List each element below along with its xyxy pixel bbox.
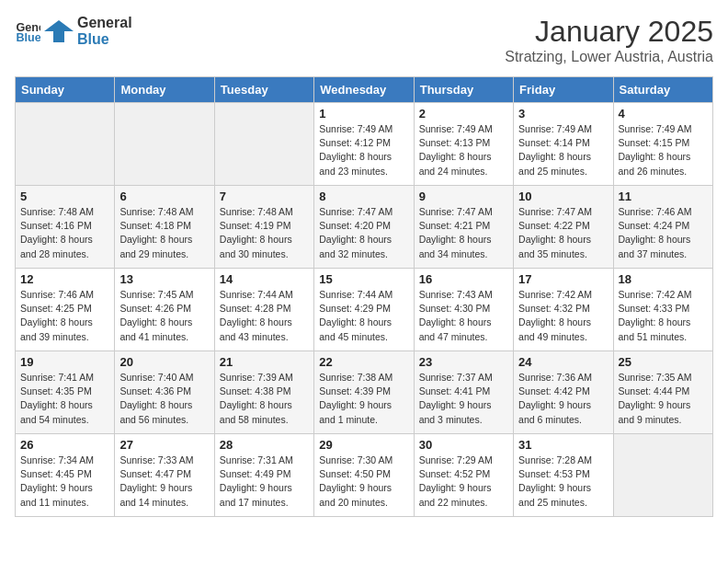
day-number: 25 bbox=[619, 355, 708, 369]
table-row: 31Sunrise: 7:28 AMSunset: 4:53 PMDayligh… bbox=[514, 434, 613, 517]
day-info: Sunrise: 7:44 AMSunset: 4:28 PMDaylight:… bbox=[220, 288, 309, 344]
logo-general-text: General bbox=[77, 15, 132, 30]
day-number: 28 bbox=[220, 438, 309, 452]
day-number: 27 bbox=[119, 438, 209, 452]
logo-icon: General Blue bbox=[15, 18, 40, 44]
day-number: 16 bbox=[419, 272, 508, 286]
logo-blue-text: Blue bbox=[77, 31, 109, 47]
table-row bbox=[214, 103, 313, 186]
weekday-header-monday: Monday bbox=[115, 77, 214, 103]
table-row bbox=[115, 103, 214, 186]
calendar-week-4: 19Sunrise: 7:41 AMSunset: 4:35 PMDayligh… bbox=[16, 351, 713, 434]
table-row: 1Sunrise: 7:49 AMSunset: 4:12 PMDaylight… bbox=[314, 103, 414, 186]
day-number: 14 bbox=[220, 272, 309, 286]
calendar-week-5: 26Sunrise: 7:34 AMSunset: 4:45 PMDayligh… bbox=[16, 434, 713, 517]
weekday-header-thursday: Thursday bbox=[414, 77, 513, 103]
day-info: Sunrise: 7:46 AMSunset: 4:24 PMDaylight:… bbox=[619, 205, 708, 261]
table-row: 23Sunrise: 7:37 AMSunset: 4:41 PMDayligh… bbox=[414, 351, 513, 434]
day-info: Sunrise: 7:40 AMSunset: 4:36 PMDaylight:… bbox=[119, 371, 209, 427]
table-row: 27Sunrise: 7:33 AMSunset: 4:47 PMDayligh… bbox=[115, 434, 214, 517]
weekday-header-row: SundayMondayTuesdayWednesdayThursdayFrid… bbox=[16, 77, 713, 103]
day-info: Sunrise: 7:35 AMSunset: 4:44 PMDaylight:… bbox=[619, 371, 708, 427]
day-number: 2 bbox=[419, 107, 508, 121]
calendar-week-2: 5Sunrise: 7:48 AMSunset: 4:16 PMDaylight… bbox=[16, 186, 713, 269]
weekday-header-tuesday: Tuesday bbox=[214, 77, 313, 103]
weekday-header-wednesday: Wednesday bbox=[314, 77, 414, 103]
day-info: Sunrise: 7:34 AMSunset: 4:45 PMDaylight:… bbox=[20, 454, 109, 510]
day-info: Sunrise: 7:45 AMSunset: 4:26 PMDaylight:… bbox=[119, 288, 209, 344]
table-row: 12Sunrise: 7:46 AMSunset: 4:25 PMDayligh… bbox=[16, 269, 115, 351]
day-info: Sunrise: 7:31 AMSunset: 4:49 PMDaylight:… bbox=[220, 454, 309, 510]
table-row: 24Sunrise: 7:36 AMSunset: 4:42 PMDayligh… bbox=[514, 351, 613, 434]
table-row: 25Sunrise: 7:35 AMSunset: 4:44 PMDayligh… bbox=[613, 351, 712, 434]
day-number: 31 bbox=[518, 438, 608, 452]
day-number: 9 bbox=[419, 190, 508, 203]
day-info: Sunrise: 7:30 AMSunset: 4:50 PMDaylight:… bbox=[319, 454, 408, 510]
day-info: Sunrise: 7:47 AMSunset: 4:21 PMDaylight:… bbox=[419, 205, 508, 261]
day-info: Sunrise: 7:36 AMSunset: 4:42 PMDaylight:… bbox=[518, 371, 608, 427]
table-row: 2Sunrise: 7:49 AMSunset: 4:13 PMDaylight… bbox=[414, 103, 513, 186]
day-number: 6 bbox=[119, 190, 209, 203]
table-row: 21Sunrise: 7:39 AMSunset: 4:38 PMDayligh… bbox=[214, 351, 313, 434]
location-title: Stratzing, Lower Austria, Austria bbox=[505, 49, 713, 65]
day-number: 21 bbox=[220, 355, 309, 369]
day-number: 15 bbox=[319, 272, 408, 286]
title-block: January 2025 Stratzing, Lower Austria, A… bbox=[505, 15, 713, 65]
day-info: Sunrise: 7:49 AMSunset: 4:15 PMDaylight:… bbox=[619, 122, 708, 178]
day-number: 3 bbox=[518, 107, 608, 121]
table-row: 7Sunrise: 7:48 AMSunset: 4:19 PMDaylight… bbox=[214, 186, 313, 269]
day-number: 10 bbox=[518, 190, 608, 203]
day-info: Sunrise: 7:42 AMSunset: 4:33 PMDaylight:… bbox=[619, 288, 708, 344]
table-row: 8Sunrise: 7:47 AMSunset: 4:20 PMDaylight… bbox=[314, 186, 414, 269]
day-number: 11 bbox=[619, 190, 708, 203]
table-row: 10Sunrise: 7:47 AMSunset: 4:22 PMDayligh… bbox=[514, 186, 613, 269]
day-info: Sunrise: 7:29 AMSunset: 4:52 PMDaylight:… bbox=[419, 454, 508, 510]
svg-marker-2 bbox=[44, 20, 74, 42]
table-row: 29Sunrise: 7:30 AMSunset: 4:50 PMDayligh… bbox=[314, 434, 414, 517]
day-number: 1 bbox=[319, 107, 408, 121]
table-row: 13Sunrise: 7:45 AMSunset: 4:26 PMDayligh… bbox=[115, 269, 214, 351]
table-row: 19Sunrise: 7:41 AMSunset: 4:35 PMDayligh… bbox=[16, 351, 115, 434]
calendar-body: 1Sunrise: 7:49 AMSunset: 4:12 PMDaylight… bbox=[16, 103, 713, 517]
day-info: Sunrise: 7:48 AMSunset: 4:18 PMDaylight:… bbox=[119, 205, 209, 261]
table-row: 22Sunrise: 7:38 AMSunset: 4:39 PMDayligh… bbox=[314, 351, 414, 434]
day-info: Sunrise: 7:41 AMSunset: 4:35 PMDaylight:… bbox=[20, 371, 109, 427]
calendar-header: SundayMondayTuesdayWednesdayThursdayFrid… bbox=[16, 77, 713, 103]
day-info: Sunrise: 7:48 AMSunset: 4:16 PMDaylight:… bbox=[20, 205, 109, 261]
table-row: 15Sunrise: 7:44 AMSunset: 4:29 PMDayligh… bbox=[314, 269, 414, 351]
day-number: 22 bbox=[319, 355, 408, 369]
day-number: 24 bbox=[518, 355, 608, 369]
calendar-table: SundayMondayTuesdayWednesdayThursdayFrid… bbox=[15, 76, 713, 517]
table-row: 14Sunrise: 7:44 AMSunset: 4:28 PMDayligh… bbox=[214, 269, 313, 351]
table-row bbox=[16, 103, 115, 186]
logo-bird-icon bbox=[44, 17, 74, 46]
table-row: 30Sunrise: 7:29 AMSunset: 4:52 PMDayligh… bbox=[414, 434, 513, 517]
table-row: 5Sunrise: 7:48 AMSunset: 4:16 PMDaylight… bbox=[16, 186, 115, 269]
day-number: 26 bbox=[20, 438, 109, 452]
day-number: 7 bbox=[220, 190, 309, 203]
calendar-week-3: 12Sunrise: 7:46 AMSunset: 4:25 PMDayligh… bbox=[16, 269, 713, 351]
table-row: 3Sunrise: 7:49 AMSunset: 4:14 PMDaylight… bbox=[514, 103, 613, 186]
table-row: 20Sunrise: 7:40 AMSunset: 4:36 PMDayligh… bbox=[115, 351, 214, 434]
table-row: 17Sunrise: 7:42 AMSunset: 4:32 PMDayligh… bbox=[514, 269, 613, 351]
day-number: 12 bbox=[20, 272, 109, 286]
day-info: Sunrise: 7:49 AMSunset: 4:12 PMDaylight:… bbox=[319, 122, 408, 178]
calendar-week-1: 1Sunrise: 7:49 AMSunset: 4:12 PMDaylight… bbox=[16, 103, 713, 186]
day-info: Sunrise: 7:44 AMSunset: 4:29 PMDaylight:… bbox=[319, 288, 408, 344]
table-row: 16Sunrise: 7:43 AMSunset: 4:30 PMDayligh… bbox=[414, 269, 513, 351]
day-number: 19 bbox=[20, 355, 109, 369]
day-info: Sunrise: 7:39 AMSunset: 4:38 PMDaylight:… bbox=[220, 371, 309, 427]
day-number: 4 bbox=[619, 107, 708, 121]
day-info: Sunrise: 7:48 AMSunset: 4:19 PMDaylight:… bbox=[220, 205, 309, 261]
logo: General Blue General Blue bbox=[15, 15, 132, 48]
day-number: 8 bbox=[319, 190, 408, 203]
table-row: 11Sunrise: 7:46 AMSunset: 4:24 PMDayligh… bbox=[613, 186, 712, 269]
day-number: 20 bbox=[119, 355, 209, 369]
day-info: Sunrise: 7:28 AMSunset: 4:53 PMDaylight:… bbox=[518, 454, 608, 510]
table-row: 18Sunrise: 7:42 AMSunset: 4:33 PMDayligh… bbox=[613, 269, 712, 351]
day-info: Sunrise: 7:43 AMSunset: 4:30 PMDaylight:… bbox=[419, 288, 508, 344]
weekday-header-friday: Friday bbox=[514, 77, 613, 103]
day-info: Sunrise: 7:42 AMSunset: 4:32 PMDaylight:… bbox=[518, 288, 608, 344]
table-row: 26Sunrise: 7:34 AMSunset: 4:45 PMDayligh… bbox=[16, 434, 115, 517]
day-info: Sunrise: 7:49 AMSunset: 4:14 PMDaylight:… bbox=[518, 122, 608, 178]
